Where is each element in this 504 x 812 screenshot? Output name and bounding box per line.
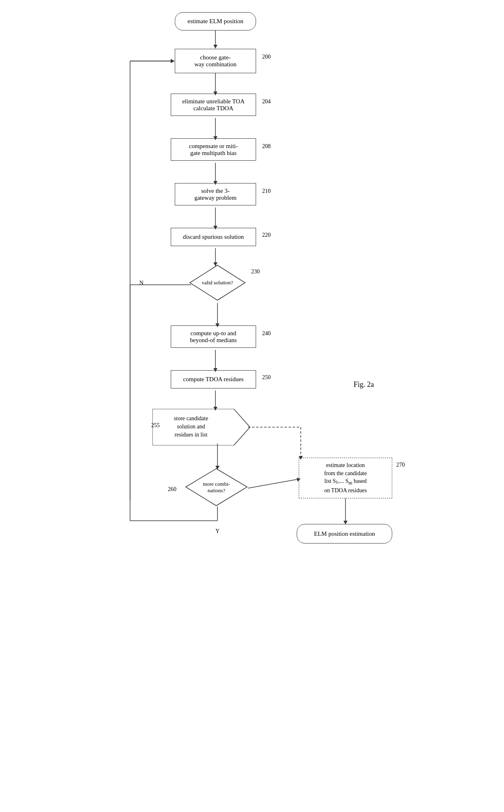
- ref-230: 230: [251, 268, 260, 275]
- shape-230: valid solution?: [189, 264, 246, 301]
- svg-marker-35: [171, 59, 174, 63]
- ref-204: 204: [262, 98, 271, 105]
- svg-text:solution and: solution and: [177, 423, 205, 430]
- shape-200-label: choose gate-way combination: [194, 54, 237, 68]
- ref-270: 270: [396, 462, 405, 468]
- ref-208: 208: [262, 143, 271, 150]
- end-shape: ELM position estimation: [297, 524, 392, 544]
- shape-210: solve the 3-gateway problem: [175, 183, 256, 205]
- shape-210-label: solve the 3-gateway problem: [194, 188, 237, 201]
- svg-text:store candidate: store candidate: [174, 415, 208, 421]
- shape-230-label: valid solution?: [202, 279, 233, 286]
- shape-240: compute up-to andbeyond-of medians: [171, 325, 256, 348]
- ref-200: 200: [262, 54, 271, 60]
- svg-text:residues in list: residues in list: [175, 432, 208, 438]
- ref-255: 255: [151, 422, 160, 429]
- shape-240-label: compute up-to andbeyond-of medians: [190, 330, 237, 344]
- ref-220: 220: [262, 232, 271, 238]
- arrows-svg: [0, 0, 504, 812]
- start-label: estimate ELM position: [187, 18, 243, 25]
- ref-240: 240: [262, 330, 271, 337]
- shape-208: compensate or miti-gate multipath bias: [171, 138, 256, 161]
- shape-220-label: discard spurious solution: [183, 234, 244, 240]
- shape-250-label: compute TDOA residues: [183, 376, 244, 383]
- shape-260: more combi-nations?: [185, 468, 248, 506]
- svg-line-24: [248, 479, 300, 488]
- svg-marker-17: [171, 59, 174, 63]
- ref-260: 260: [168, 486, 176, 493]
- shape-204-label: eliminate unreliable TOAcalculate TDOA: [182, 98, 245, 112]
- shape-270-label: estimate locationfrom the candidatelist …: [324, 461, 367, 495]
- ref-210: 210: [262, 188, 271, 194]
- label-N: N: [139, 280, 143, 286]
- end-label: ELM position estimation: [314, 530, 375, 537]
- shape-260-label: more combi-nations?: [203, 481, 230, 494]
- label-Y: Y: [215, 528, 219, 535]
- shape-220: discard spurious solution: [171, 228, 256, 246]
- shape-250: compute TDOA residues: [171, 370, 256, 389]
- diagram-container: estimate ELM position choose gate-way co…: [0, 0, 504, 812]
- shape-208-label: compensate or miti-gate multipath bias: [189, 143, 238, 157]
- shape-255-svg: store candidate solution and residues in…: [152, 409, 250, 445]
- fig-label: Fig. 2a: [354, 380, 374, 389]
- ref-250: 250: [262, 374, 271, 381]
- svg-marker-1: [213, 45, 217, 48]
- start-shape: estimate ELM position: [175, 12, 256, 31]
- shape-200: choose gate-way combination: [175, 49, 256, 73]
- shape-204: eliminate unreliable TOAcalculate TDOA: [171, 94, 256, 116]
- shape-270: estimate locationfrom the candidatelist …: [299, 458, 392, 498]
